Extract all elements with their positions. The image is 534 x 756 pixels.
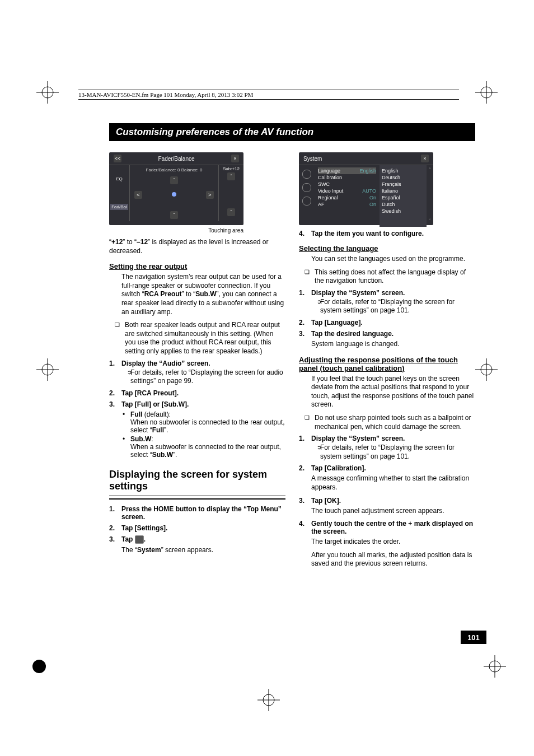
sys-step-3: 3.Tap . The “System” screen appears. [109, 535, 285, 555]
cal-step-1: 1.Display the “System” screen. For detai… [299, 435, 475, 461]
reg-mark [36, 81, 59, 104]
fader-level-text: “+12” to “–12” is displayed as the level… [109, 238, 285, 255]
fadbal-tab[interactable]: Fad/Bal [110, 204, 128, 210]
lang-step-1: 1.Display the “System” screen. For detai… [299, 289, 475, 315]
fader-cursor[interactable] [172, 192, 176, 197]
lang-option[interactable]: English [382, 167, 424, 174]
up-icon[interactable]: ˆ [170, 176, 178, 184]
cal-step1-sub: For details, refer to “Displaying the sc… [311, 444, 475, 461]
heading-rule [109, 496, 285, 500]
cal-step-2: 2.Tap [Calibration]. A message confirmin… [299, 464, 475, 492]
rear-output-intro: The navigation system’s rear output can … [109, 273, 285, 316]
lang-step-3: 3.Tap the desired language. System langu… [299, 330, 475, 349]
close-icon[interactable]: × [231, 155, 239, 162]
cal-step2-line: A message confirming whether to start th… [311, 474, 475, 492]
reg-mark [28, 655, 50, 678]
lang-option[interactable]: Deutsch [382, 174, 424, 181]
scroll-down-icon[interactable]: ˇ [429, 218, 430, 225]
system-screenshot: System × LanguageEnglish Calibration SWC [299, 152, 433, 225]
rear-full-option: Full (default): When no subwoofer is con… [121, 410, 285, 434]
fader-readout: Fader/Balance: 0 Balance: 0 [146, 167, 203, 172]
sys-step3-line: The “System” screen appears. [121, 546, 285, 555]
reg-mark [36, 358, 59, 381]
cal-step-3: 3.Tap [OK]. The touch panel adjustment s… [299, 497, 475, 516]
right-icon[interactable]: > [206, 191, 214, 199]
lang-step3-line: System language is changed. [311, 340, 475, 349]
page-number: 101 [461, 631, 486, 644]
rear-step1-sub: For details, refer to “Displaying the sc… [121, 368, 285, 386]
cal-step4-line1: The target indicates the order. [311, 538, 475, 547]
list-item[interactable]: Regional [318, 195, 338, 200]
system-list: LanguageEnglish Calibration SWC Video In… [315, 165, 380, 227]
ss-title: Fader/Balance [158, 156, 194, 162]
cal-step4-line2: After you touch all marks, the adjusted … [311, 551, 475, 568]
language-popup: English Deutsch Français Italiano Españo… [380, 165, 427, 227]
cal-step3-line: The touch panel adjustment screen appear… [311, 507, 475, 516]
fader-balance-screenshot: << Fader/Balance × EQ Fad/Bal Fader/Bala… [109, 152, 243, 225]
bluetooth-icon[interactable] [302, 170, 311, 179]
right-column: System × LanguageEnglish Calibration SWC [299, 152, 475, 573]
reg-mark [484, 655, 506, 678]
lang-option[interactable]: Français [382, 181, 424, 188]
rear-step-2: 2.Tap [RCA Preout]. [109, 389, 285, 397]
lang-intro: You can set the languages used on the pr… [299, 255, 475, 264]
content-area: Customising preferences of the AV functi… [109, 123, 475, 573]
lang-note: This setting does not affect the languag… [299, 268, 475, 286]
scrollbar[interactable]: ˆ ˇ [427, 165, 433, 227]
system-side-tabs[interactable] [299, 165, 315, 227]
section-title: Customising preferences of the AV functi… [109, 123, 475, 141]
ss2-title: System [303, 156, 322, 162]
cal-step-4: 4.Gently touch the centre of the + mark … [299, 520, 475, 568]
rear-step-1: 1.Display the “Audio” screen. For detail… [109, 360, 285, 386]
list-item[interactable]: Calibration [318, 175, 342, 180]
media-icon[interactable] [302, 183, 311, 192]
sys-step-1: 1.Press the HOME button to display the “… [109, 505, 285, 521]
cal-note: Do not use sharp pointed tools such as a… [299, 414, 475, 431]
lang-option[interactable]: Swedish [382, 208, 424, 214]
list-item[interactable]: Video Input [318, 188, 343, 194]
rear-subw-option: Sub.W: When a subwoofer is connected to … [121, 435, 285, 459]
lang-step-2: 2.Tap [Language]. [299, 319, 475, 326]
manual-page: 13-MAN-AVICF550-EN.fm Page 101 Monday, A… [0, 0, 534, 756]
language-heading: Selecting the language [299, 244, 475, 253]
reg-mark [475, 81, 498, 104]
list-value: English [359, 168, 376, 174]
rear-output-heading: Setting the rear output [109, 262, 285, 270]
reg-mark [475, 358, 498, 381]
down-icon[interactable]: ˇ [170, 211, 178, 219]
system-settings-heading: Displaying the screen for system setting… [109, 469, 285, 492]
gear-icon[interactable] [302, 197, 311, 206]
rear-output-note: Both rear speaker leads output and RCA r… [109, 321, 285, 356]
eq-tab[interactable]: EQ [116, 176, 123, 181]
rear-step-3: 3.Tap [Full] or [Sub.W]. Full (default):… [109, 400, 285, 459]
scroll-up-icon[interactable]: ˆ [429, 167, 430, 174]
reg-mark [257, 689, 280, 711]
list-item[interactable]: AF [318, 202, 325, 207]
svg-point-12 [32, 660, 46, 673]
sys-step-4: 4.Tap the item you want to configure. [299, 230, 475, 237]
lang-step1-sub: For details, refer to “Displaying the sc… [311, 298, 475, 315]
left-column: << Fader/Balance × EQ Fad/Bal Fader/Bala… [109, 152, 285, 573]
back-icon[interactable]: << [114, 155, 121, 162]
settings-icon [135, 535, 144, 544]
left-icon[interactable]: < [134, 191, 142, 199]
sub-level: Sub:+12 [219, 166, 243, 171]
sub-up-icon[interactable]: ˆ [227, 172, 235, 180]
touching-area-label: Touching area [109, 227, 243, 234]
sys-step-2: 2.Tap [Settings]. [109, 524, 285, 532]
fm-header: 13-MAN-AVICF550-EN.fm Page 101 Monday, A… [78, 90, 459, 100]
lang-option[interactable]: Italiano [382, 188, 424, 194]
lang-option[interactable]: Dutch [382, 201, 424, 208]
calibration-heading: Adjusting the response positions of the … [299, 356, 475, 372]
list-item[interactable]: SWC [318, 181, 330, 187]
sub-down-icon[interactable]: ˇ [227, 208, 235, 216]
close-icon[interactable]: × [421, 155, 429, 162]
cal-intro: If you feel that the touch panel keys on… [299, 375, 475, 409]
lang-option[interactable]: Español [382, 194, 424, 201]
list-item[interactable]: Language [318, 168, 340, 174]
